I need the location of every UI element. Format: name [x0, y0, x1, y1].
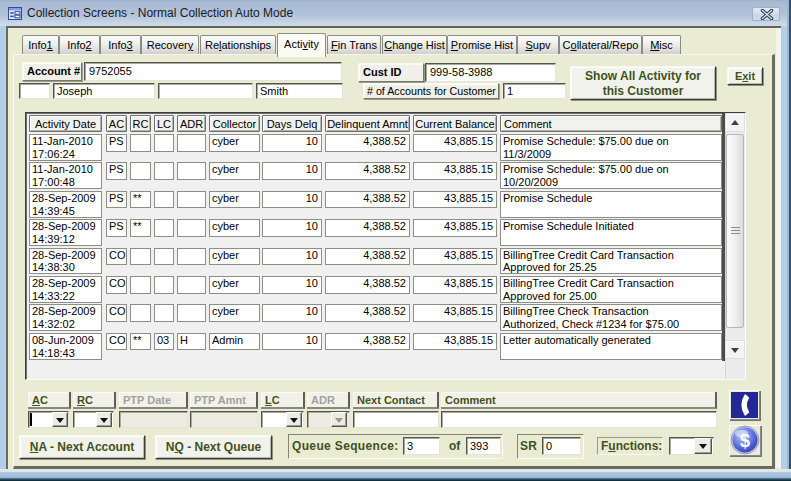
svg-text:$: $ [740, 431, 750, 451]
